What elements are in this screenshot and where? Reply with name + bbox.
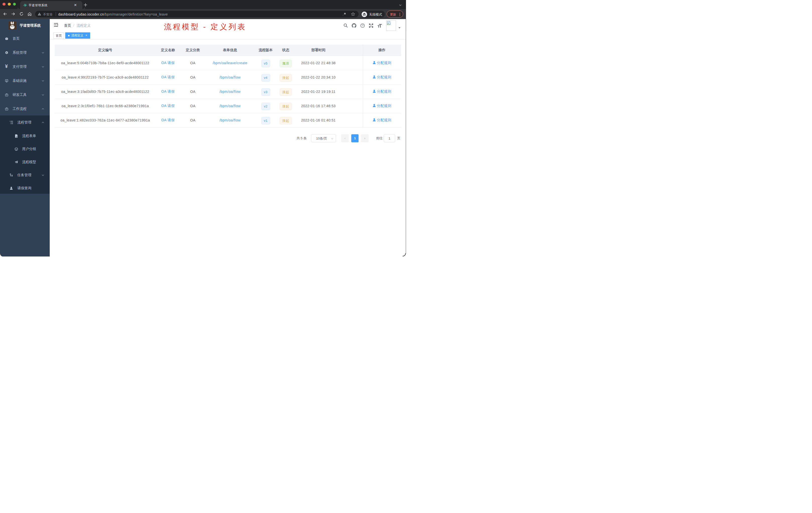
svg-text:?: ? (362, 24, 363, 27)
